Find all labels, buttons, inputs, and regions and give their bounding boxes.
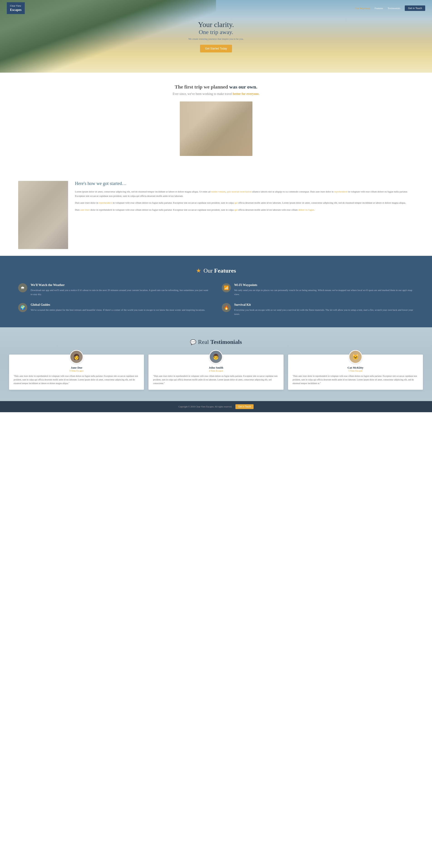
avatar-john: 👨 xyxy=(209,350,223,364)
nav-link-beginning[interactable]: Our Beginning xyxy=(355,7,370,9)
features-title: ★Our Features xyxy=(18,267,414,274)
feature-item-kit: 🔥 Survival Kit Everytime you book an esc… xyxy=(222,303,414,316)
hero-content: Your clarity. One trip away. We create r… xyxy=(188,21,244,53)
nav-link-testimonials[interactable]: Testimonials xyxy=(388,7,400,9)
nav-links: Our Beginning Features Testimonials Get … xyxy=(355,5,425,11)
nav-logo: Clear View Escapes xyxy=(7,2,25,14)
story-link-2[interactable]: quis nostrud exercitation xyxy=(227,190,251,193)
testimonial-badge-john: 4 Time Escaper xyxy=(153,370,279,372)
story-image xyxy=(18,181,68,249)
testimonial-text-john: "Duis aute irure dolor in reprehenderit … xyxy=(153,374,279,385)
about-subheading: Ever since, we've been working to make t… xyxy=(4,92,428,96)
features-section: ★Our Features 🌧 We'll Watch the Weather … xyxy=(0,256,432,327)
about-heading-bold: was our own xyxy=(229,84,256,90)
nav-link-features[interactable]: Features xyxy=(375,7,383,9)
feature-desc-weather: Download our app and we'll send you a no… xyxy=(31,288,210,296)
nav-logo-line2: Escapes xyxy=(10,7,22,12)
about-heading: The first trip we planned was our own. xyxy=(4,84,428,90)
couple-image xyxy=(180,101,252,156)
hero-subtitle: One trip away. xyxy=(188,29,244,36)
feature-title-weather: We'll Watch the Weather xyxy=(31,283,210,287)
story-link-4[interactable]: reprehenderit xyxy=(99,202,112,204)
avatar-cat: 🐱 xyxy=(349,350,362,364)
guides-icon: 🌍 xyxy=(18,303,27,312)
feature-content-guides: Global Guides We've scoured the entire p… xyxy=(31,303,205,312)
about-subheading-plain: Ever since, we've been working to make t… xyxy=(173,92,233,96)
footer: Copyright © 2016 Clear View Escapes. All… xyxy=(0,401,432,412)
about-section: The first trip we planned was our own. E… xyxy=(0,73,432,174)
footer-copyright: Copyright © 2016 Clear View Escapes. All… xyxy=(179,405,232,408)
testimonial-name-john: John Smith xyxy=(153,366,279,370)
feature-desc-wifi: We only send you on trips to places we c… xyxy=(234,288,414,296)
quote-icon: 💬 xyxy=(190,339,196,345)
story-link-6[interactable]: aute irure xyxy=(80,208,90,211)
features-title-bold: Features xyxy=(214,268,236,274)
nav-cta-button[interactable]: Get in Touch xyxy=(405,5,425,11)
kit-icon: 🔥 xyxy=(222,303,231,312)
features-title-plain: Our xyxy=(204,268,214,274)
about-subheading-bold: better for everyone. xyxy=(233,92,259,96)
hero-tagline: We create restoring journeys that inspir… xyxy=(188,37,244,40)
story-link-5[interactable]: qui xyxy=(234,202,238,204)
feature-item-wifi: 📶 Wi-Fi Waypoints We only send you on tr… xyxy=(222,283,414,296)
weather-icon: 🌧 xyxy=(18,283,27,292)
story-link-7[interactable]: qui xyxy=(234,208,238,211)
story-link-3[interactable]: reprehenderit xyxy=(334,190,347,193)
footer-cta-button[interactable]: Get in Touch xyxy=(236,404,253,409)
testimonial-badge-cat: 5 Time Escaper xyxy=(292,370,419,372)
story-paragraph-3: Duis aute irure dolor in reprehenderit i… xyxy=(75,208,414,212)
testimonials-title-bold: Testimonials xyxy=(210,339,242,345)
feature-content-wifi: Wi-Fi Waypoints We only send you on trip… xyxy=(234,283,414,296)
feature-title-guides: Global Guides xyxy=(31,303,205,307)
testimonial-card-cat: 🐱 Cat McKitty 5 Time Escaper "Duis aute … xyxy=(288,354,423,390)
story-paragraph-2: Duis aute irure dolor in reprehenderit i… xyxy=(75,200,414,205)
testimonial-badge-jane: 9 Time Escaper xyxy=(13,370,140,372)
feature-title-wifi: Wi-Fi Waypoints xyxy=(234,283,414,287)
navbar: Clear View Escapes Our Beginning Feature… xyxy=(0,0,432,17)
feature-content-kit: Survival Kit Everytime you book an escap… xyxy=(234,303,414,316)
testimonial-card-jane: 👩 Jane Doe 9 Time Escaper "Duis aute iru… xyxy=(9,354,144,390)
testimonials-section: 💬Real Testimonials 👩 Jane Doe 9 Time Esc… xyxy=(0,327,432,401)
feature-title-kit: Survival Kit xyxy=(234,303,414,307)
feature-item-guides: 🌍 Global Guides We've scoured the entire… xyxy=(18,303,210,316)
feature-desc-kit: Everytime you book an escape with us we … xyxy=(234,308,414,316)
features-grid: 🌧 We'll Watch the Weather Download our a… xyxy=(18,283,414,316)
feature-content-weather: We'll Watch the Weather Download our app… xyxy=(31,283,210,296)
testimonial-name-cat: Cat McKitty xyxy=(292,366,419,370)
feature-desc-guides: We've scoured the entire planet for the … xyxy=(31,308,205,312)
testimonial-name-jane: Jane Doe xyxy=(13,366,140,370)
wifi-icon: 📶 xyxy=(222,283,231,292)
testimonial-text-cat: "Duis aute irure dolor in reprehenderit … xyxy=(292,374,419,385)
feature-item-weather: 🌧 We'll Watch the Weather Download our a… xyxy=(18,283,210,296)
story-link-8[interactable]: dolore eu fugiat xyxy=(298,208,314,211)
testimonials-title: 💬Real Testimonials xyxy=(9,339,423,345)
testimonials-title-plain: Real xyxy=(198,339,210,345)
testimonials-grid: 👩 Jane Doe 9 Time Escaper "Duis aute iru… xyxy=(9,354,423,390)
testimonial-text-jane: "Duis aute irure dolor in reprehenderit … xyxy=(13,374,140,385)
testimonials-content: 💬Real Testimonials 👩 Jane Doe 9 Time Esc… xyxy=(9,339,423,390)
features-star: ★ xyxy=(196,268,201,274)
avatar-jane: 👩 xyxy=(70,350,83,364)
story-text: Here's how we got started… Lorem ipsum d… xyxy=(75,181,414,215)
story-section: Here's how we got started… Lorem ipsum d… xyxy=(0,174,432,256)
about-heading-end: . xyxy=(256,84,257,90)
hero-cta-button[interactable]: Get Started Today xyxy=(200,45,232,53)
hero-title: Your clarity. xyxy=(188,21,244,29)
about-heading-plain: The first trip we planned xyxy=(175,84,229,90)
testimonial-card-john: 👨 John Smith 4 Time Escaper "Duis aute i… xyxy=(149,354,283,390)
nav-logo-line1: Clear View xyxy=(10,4,21,7)
story-link-1[interactable]: minim veniam xyxy=(211,190,226,193)
story-title: Here's how we got started… xyxy=(75,181,414,186)
story-paragraph-1: Lorem ipsum dolor sit amet, consectetur … xyxy=(75,189,414,198)
